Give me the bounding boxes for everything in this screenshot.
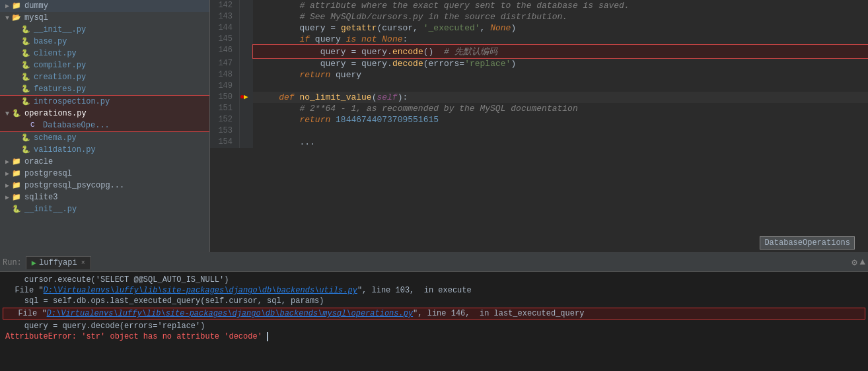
tree-item-validation[interactable]: ▶ 🐍 validation.py [0,144,209,156]
code-lines: 142 # attribute where the exact query se… [210,0,868,148]
tree-item-databaseope[interactable]: ▶ C DatabaseOpe... [0,119,209,132]
tree-item-features[interactable]: ▶ 🐍 features.py [0,83,209,95]
folder-icon-sqlite3: 📁 [12,193,22,202]
tree-arrow-mysql[interactable]: ▼ [3,15,12,22]
tree-label-creation: creation.py [34,73,86,82]
tree-label-init: __init__.py [34,25,86,34]
line-content-144: query = getattr(cursor, '_executed', Non… [253,22,868,34]
tree-label-databaseope: DatabaseOpe... [43,121,110,130]
tree-item-creation[interactable]: ▶ 🐍 creation.py [0,71,209,83]
line-num-154: 154 [210,137,240,148]
tree-label-schema: schema.py [34,133,77,143]
class-icon-databaseope: C [30,121,41,130]
folder-icon-oracle: 📁 [12,157,22,166]
tree-item-operations[interactable]: ▼ 🐍 operations.py [0,108,209,119]
line-num-145: 145 [210,34,240,45]
tree-item-client[interactable]: ▶ 🐍 client.py [0,48,209,59]
tree-item-dummy[interactable]: ▶ 📁 dummy [0,0,209,12]
run-label: Run: [3,258,22,267]
cursor [262,332,268,341]
file-icon-schema: 🐍 [21,133,32,143]
tree-item-compiler[interactable]: ▶ 🐍 compiler.py [0,59,209,71]
tree-label-init2: __init__.py [24,205,77,214]
tree-label-mysql: mysql [24,13,48,22]
line-num-147: 147 [210,58,240,69]
line-num-146: 146 [210,45,240,58]
tree-item-postgresql-psycopg[interactable]: ▶ 📁 postgresql_psycopg... [0,180,209,191]
tree-item-init2[interactable]: ▶ 🐍 __init__.py [0,203,209,215]
tree-arrow-oracle[interactable]: ▶ [3,158,12,166]
line-content-142: # attribute where the exact query sent t… [253,0,868,11]
run-line-5: query = query.decode(errors='replace') [0,321,868,331]
line-num-150: 150 [210,92,240,103]
file-icon-client: 🐍 [21,49,32,58]
line-content-148: return query [253,69,868,81]
settings-icon[interactable]: ⚙ [851,257,857,268]
line-content-153 [253,125,868,137]
code-line-152: 152 return 18446744073709551615 [210,114,868,125]
folder-icon-postgresql: 📁 [12,169,22,178]
line-num-143: 143 [210,11,240,22]
tree-item-introspection[interactable]: ▶ 🐍 introspection.py [0,95,209,108]
tree-item-postgresql[interactable]: ▶ 📁 postgresql [0,168,209,180]
tree-arrow-dummy[interactable]: ▶ [3,2,12,10]
line-content-146: query = query.encode() # 先默认编码 [253,45,868,58]
gutter-144 [240,22,253,34]
tree-arrow-operations[interactable]: ▼ [3,110,12,118]
run-link-operations[interactable]: D:\Virtualenvs\luffy\lib\site-packages\d… [47,309,414,318]
file-icon-validation: 🐍 [21,145,32,154]
tree-label-sqlite3: sqlite3 [24,193,57,202]
tree-item-base[interactable]: ▶ 🐍 base.py [0,36,209,48]
line-num-153: 153 [210,125,240,137]
run-content[interactable]: cursor.execute('SELECT @@SQL_AUTO_IS_NUL… [0,272,868,371]
gutter-154 [240,137,253,148]
code-line-148: 148 return query [210,69,868,81]
tree-arrow-postgresql-psycopg[interactable]: ▶ [3,182,12,189]
line-num-149: 149 [210,81,240,92]
code-line-154: 154 ... [210,137,868,148]
folder-icon-mysql: 📂 [12,13,22,22]
line-content-151: # 2**64 - 1, as recommended by the MySQL… [253,103,868,114]
tree-arrow-sqlite3[interactable]: ▶ [3,193,12,201]
file-icon-base: 🐍 [21,37,32,46]
gutter-143 [240,11,253,22]
run-tab-close[interactable]: × [81,259,85,267]
gutter-150: ● ▶ [240,92,253,103]
tree-item-schema[interactable]: ▶ 🐍 schema.py [0,132,209,144]
code-editor[interactable]: 142 # attribute where the exact query se… [210,0,868,252]
run-tab-bar: Run: ▶ luffyapi × ⚙ ▲ [0,253,868,272]
line-content-154: ... [253,137,868,148]
tree-item-init[interactable]: ▶ 🐍 __init__.py [0,24,209,36]
arrow-icon-150: ▶ [244,92,248,101]
gutter-151 [240,103,253,114]
line-num-144: 144 [210,22,240,34]
line-content-149 [253,81,868,92]
run-tab-icon-run: ▶ [32,258,36,268]
run-tab-luffyapi[interactable]: ▶ luffyapi × [26,256,91,269]
tree-item-mysql[interactable]: ▼ 📂 mysql [0,12,209,24]
tree-arrow-postgresql[interactable]: ▶ [3,170,12,178]
tree-item-oracle[interactable]: ▶ 📁 oracle [0,156,209,168]
gutter-148 [240,69,253,81]
file-icon-operations: 🐍 [12,109,22,118]
line-content-152: return 18446744073709551615 [253,114,868,125]
gutter-153 [240,125,253,137]
folder-icon-postgresql-psycopg: 📁 [12,181,22,190]
file-icon-creation: 🐍 [21,73,32,82]
code-line-145: 145 if query is not None: [210,34,868,45]
code-line-151: 151 # 2**64 - 1, as recommended by the M… [210,103,868,114]
tree-label-validation: validation.py [34,145,96,154]
scroll-up-icon[interactable]: ▲ [860,257,865,268]
code-line-142: 142 # attribute where the exact query se… [210,0,868,11]
line-num-152: 152 [210,114,240,125]
code-line-143: 143 # See MySQLdb/cursors.py in the sour… [210,11,868,22]
run-link-utils[interactable]: D:\Virtualenvs\luffy\lib\site-packages\d… [44,286,357,295]
tree-item-sqlite3[interactable]: ▶ 📁 sqlite3 [0,191,209,203]
code-line-147: 147 query = query.decode(errors='replace… [210,58,868,69]
line-content-143: # See MySQLdb/cursors.py in the source d… [253,11,868,22]
tree-label-postgresql-psycopg: postgresql_psycopg... [24,181,124,190]
tree-label-client: client.py [34,49,77,58]
gutter-149 [240,81,253,92]
tree-label-postgresql: postgresql [24,169,72,178]
line-content-145: if query is not None: [253,34,868,45]
